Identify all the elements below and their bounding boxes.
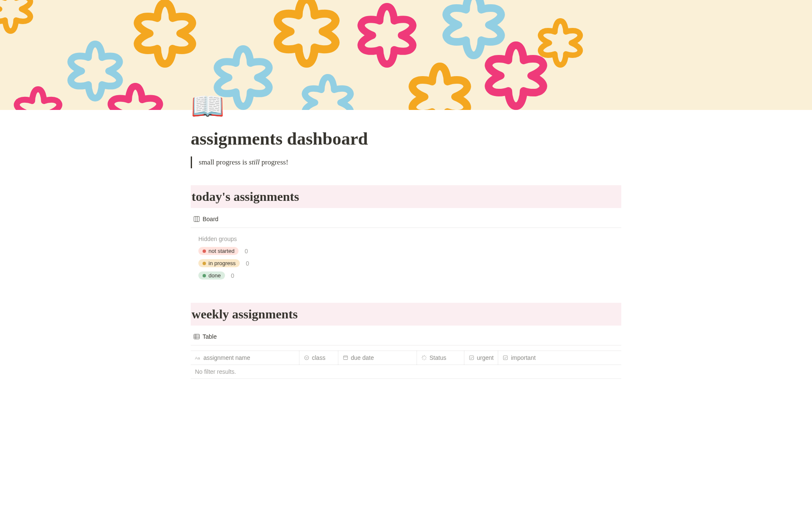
- status-dot-icon: [203, 274, 206, 277]
- svg-point-8: [304, 356, 309, 360]
- status-dot-icon: [203, 262, 206, 265]
- column-label: important: [511, 354, 535, 361]
- svg-rect-3: [194, 334, 200, 339]
- select-property-icon: [304, 355, 310, 361]
- status-pill-label: not started: [208, 248, 234, 254]
- quote-block[interactable]: small progress is still progress!: [191, 156, 621, 168]
- column-label: due date: [351, 354, 374, 361]
- svg-text:Aa: Aa: [195, 356, 200, 360]
- weekly-table: Aa assignment name class due dat: [191, 351, 621, 379]
- flower-icon: [533, 13, 588, 68]
- svg-rect-9: [343, 356, 348, 360]
- status-dot-icon: [203, 249, 206, 253]
- svg-rect-19: [469, 356, 474, 360]
- quote-text-post: progress!: [260, 158, 288, 166]
- group-count: 0: [246, 260, 249, 267]
- tab-board-label: Board: [203, 216, 218, 222]
- view-tabs-today: Board: [191, 214, 621, 228]
- flower-icon: [8, 80, 68, 110]
- heading-today[interactable]: today's assignments: [191, 185, 621, 208]
- svg-rect-20: [503, 356, 508, 360]
- group-in-progress[interactable]: in progress 0: [191, 257, 621, 269]
- status-pill-in-progress: in progress: [198, 259, 240, 267]
- svg-line-12: [425, 356, 426, 357]
- title-property-icon: Aa: [195, 355, 201, 361]
- flower-icon: [127, 0, 203, 68]
- board-icon: [193, 216, 200, 222]
- date-property-icon: [343, 355, 348, 361]
- svg-rect-0: [194, 217, 200, 222]
- tab-table[interactable]: Table: [191, 332, 219, 342]
- column-header-important[interactable]: important: [498, 351, 621, 365]
- status-property-icon: [421, 355, 427, 361]
- page-title[interactable]: assignments dashboard: [191, 129, 621, 149]
- column-label: class: [312, 354, 326, 361]
- svg-line-14: [425, 359, 426, 359]
- checkbox-property-icon: [502, 355, 508, 361]
- svg-line-18: [422, 356, 423, 357]
- quote-text-italic: still: [249, 158, 260, 166]
- table-empty-row: No filter results.: [191, 365, 621, 379]
- checkbox-property-icon: [469, 355, 475, 361]
- column-header-class[interactable]: class: [299, 351, 338, 365]
- flower-icon: [102, 76, 169, 110]
- table-icon: [193, 333, 200, 340]
- group-count: 0: [231, 272, 234, 279]
- page-icon[interactable]: 📖: [191, 93, 621, 120]
- group-not-started[interactable]: not started 0: [191, 245, 621, 257]
- view-tabs-weekly: Table: [191, 332, 621, 345]
- status-pill-done: done: [198, 271, 225, 280]
- flower-icon: [266, 0, 347, 68]
- status-pill-label: done: [208, 272, 221, 279]
- svg-line-16: [422, 359, 423, 359]
- tab-board[interactable]: Board: [191, 214, 221, 224]
- column-label: Status: [430, 354, 447, 361]
- column-label: assignment name: [203, 354, 250, 361]
- hidden-groups-label: Hidden groups: [191, 233, 621, 245]
- column-header-urgent[interactable]: urgent: [464, 351, 498, 365]
- no-filter-results-text: No filter results.: [191, 365, 621, 379]
- status-pill-label: in progress: [208, 260, 236, 266]
- status-pill-not-started: not started: [198, 247, 239, 255]
- column-header-due-date[interactable]: due date: [338, 351, 417, 365]
- column-header-status[interactable]: Status: [417, 351, 464, 365]
- board-hidden-groups: Hidden groups not started 0 in progress …: [191, 233, 621, 282]
- tab-table-label: Table: [203, 333, 217, 340]
- heading-weekly[interactable]: weekly assignments: [191, 303, 621, 326]
- quote-text-pre: small progress is: [199, 158, 249, 166]
- flower-icon: [0, 0, 38, 34]
- group-count: 0: [244, 248, 248, 255]
- column-label: urgent: [477, 354, 494, 361]
- group-done[interactable]: done 0: [191, 269, 621, 282]
- column-header-name[interactable]: Aa assignment name: [191, 351, 299, 365]
